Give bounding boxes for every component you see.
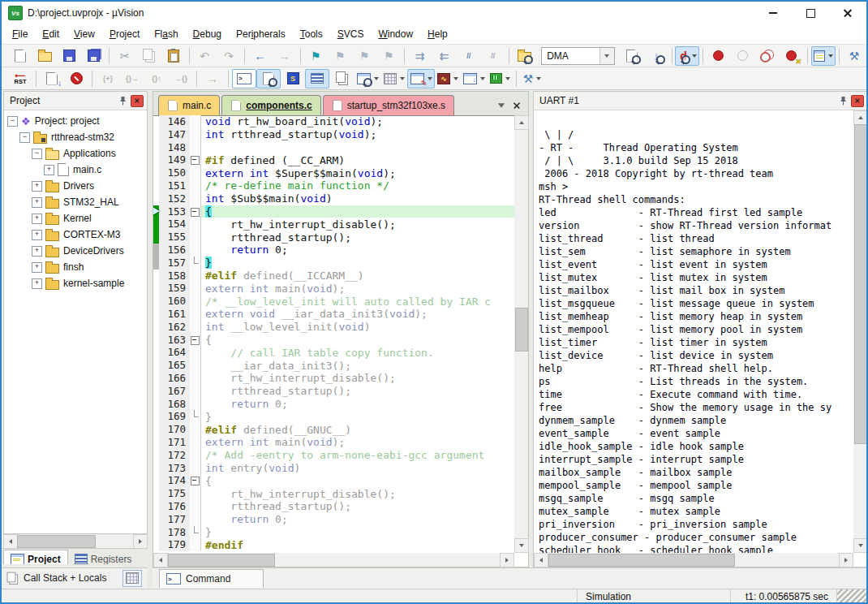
redo-button[interactable]: ↷ xyxy=(217,46,241,66)
tree-item-finsh[interactable]: +finsh xyxy=(4,259,147,275)
step-over-button[interactable]: {}→ xyxy=(120,69,144,88)
collapse-icon[interactable]: − xyxy=(19,132,30,143)
close-button[interactable] xyxy=(829,2,866,24)
step-into-button[interactable]: {+} xyxy=(96,69,120,88)
bookmark-toggle-button[interactable]: ⚑ xyxy=(303,46,328,66)
uart1-output[interactable]: \ | /- RT - Thread Operating System / | … xyxy=(534,110,860,553)
show-next-statement-button[interactable]: → xyxy=(200,69,225,88)
navigate-forward-button[interactable]: → xyxy=(273,46,297,66)
expand-icon[interactable]: + xyxy=(32,197,42,208)
code-area[interactable]: 146void rt_hw_board_init(void);147int rt… xyxy=(153,115,515,551)
uart-vertical-scrollbar[interactable] xyxy=(853,110,867,553)
tree-item-kernel[interactable]: +Kernel xyxy=(4,210,147,226)
menu-file[interactable]: File xyxy=(5,26,35,42)
tree-item-drivers[interactable]: +Drivers xyxy=(4,178,147,194)
file-search-dropdown-button[interactable] xyxy=(599,48,614,64)
menu-view[interactable]: View xyxy=(67,26,102,42)
close-document-button[interactable] xyxy=(513,101,521,110)
uart1-panel-close-button[interactable] xyxy=(851,95,864,107)
menu-flash[interactable]: Flash xyxy=(147,26,185,42)
expand-icon[interactable]: + xyxy=(32,181,42,192)
watch-windows-button[interactable] xyxy=(354,69,381,88)
maximize-button[interactable] xyxy=(792,2,829,24)
tree-item-devicedrivers[interactable]: +DeviceDrivers xyxy=(4,243,147,259)
fold-gutter[interactable] xyxy=(190,334,201,347)
menu-window[interactable]: Window xyxy=(371,26,420,42)
disable-all-breakpoints-button[interactable] xyxy=(755,46,780,66)
navigate-back-button[interactable]: ← xyxy=(248,46,273,66)
find-in-files-button[interactable] xyxy=(512,46,536,66)
tree-item-kernel-sample[interactable]: +kernel-sample xyxy=(4,275,147,291)
tab-list-dropdown-button[interactable] xyxy=(498,103,505,108)
menu-tools[interactable]: Tools xyxy=(293,26,330,42)
enable-disable-breakpoint-button[interactable] xyxy=(731,46,755,66)
fold-gutter[interactable] xyxy=(190,153,201,166)
undo-button[interactable]: ↶ xyxy=(192,46,217,66)
indent-button[interactable]: ⇉ xyxy=(408,46,432,66)
minimize-button[interactable] xyxy=(754,2,792,24)
expand-icon[interactable]: + xyxy=(32,246,42,257)
comment-selection-button[interactable]: // xyxy=(457,46,481,66)
tab-main-c[interactable]: main.c xyxy=(158,95,220,115)
reset-button[interactable]: ⟵RST xyxy=(8,69,32,88)
bookmark-clear-all-button[interactable]: ⚑ xyxy=(376,46,401,66)
call-stack-window-button[interactable] xyxy=(329,69,354,88)
open-file-button[interactable] xyxy=(32,46,57,66)
pin-button[interactable] xyxy=(837,95,849,106)
project-horizontal-scrollbar[interactable] xyxy=(3,534,148,548)
expand-icon[interactable]: + xyxy=(32,214,42,224)
menu-debug[interactable]: Debug xyxy=(186,26,229,42)
analysis-windows-button[interactable]: ∿ xyxy=(435,69,461,88)
new-file-button[interactable] xyxy=(8,46,32,66)
tab-startup-stm32f103xe-s[interactable]: startup_stm32f103xe.s xyxy=(323,95,454,115)
menu-peripherals[interactable]: Peripherals xyxy=(229,26,293,42)
memory-grid-button[interactable] xyxy=(122,570,142,587)
expand-icon[interactable]: + xyxy=(32,278,42,289)
uncomment-selection-button[interactable]: // xyxy=(481,46,505,66)
file-search-combo[interactable]: DMA xyxy=(541,47,615,65)
stop-button[interactable] xyxy=(64,69,88,88)
uart-horizontal-scrollbar[interactable] xyxy=(534,553,853,567)
menu-help[interactable]: Help xyxy=(420,26,455,42)
run-button[interactable]: ↓ xyxy=(40,69,64,88)
run-to-cursor-button[interactable]: →{} xyxy=(169,69,193,88)
start-stop-debug-session-button[interactable]: d xyxy=(675,46,699,66)
find-button[interactable] xyxy=(620,46,644,66)
memory-windows-button[interactable] xyxy=(381,69,407,88)
disassembly-window-button[interactable] xyxy=(256,69,281,88)
expand-icon[interactable]: + xyxy=(32,262,42,273)
pin-button[interactable] xyxy=(117,95,128,106)
kill-all-breakpoints-button[interactable]: ✕ xyxy=(780,46,804,66)
fold-gutter[interactable] xyxy=(190,474,201,487)
window-views-button[interactable] xyxy=(811,46,836,66)
command-window-button[interactable]: > xyxy=(232,69,256,88)
tree-item-cortex-m3[interactable]: +CORTEX-M3 xyxy=(4,226,147,243)
customize-tools-button[interactable]: ⚒ xyxy=(842,46,866,66)
tree-item-stm32-hal[interactable]: +STM32_HAL xyxy=(4,194,147,210)
tab-command[interactable]: > Command xyxy=(159,569,264,588)
project-panel-close-button[interactable] xyxy=(131,95,144,107)
tab-components-c[interactable]: components.c xyxy=(221,95,320,115)
expand-icon[interactable]: + xyxy=(32,230,42,240)
cut-button[interactable]: ✂ xyxy=(113,46,137,66)
resize-grip[interactable] xyxy=(836,589,866,604)
toolbox-window-button[interactable] xyxy=(488,69,513,88)
save-button[interactable] xyxy=(57,46,81,66)
symbol-window-button[interactable]: S xyxy=(281,69,305,88)
menu-project[interactable]: Project xyxy=(102,26,147,42)
editor-vertical-scrollbar[interactable] xyxy=(514,115,528,553)
menu-svcs[interactable]: SVCS xyxy=(330,26,372,42)
save-all-button[interactable] xyxy=(81,46,105,66)
outdent-button[interactable]: ⇇ xyxy=(432,46,457,66)
tree-item-rtthread-stm32[interactable]: −rtthread-stm32 xyxy=(4,129,147,145)
bookmark-previous-button[interactable]: ⚑ xyxy=(328,46,352,66)
debug-tools-button[interactable]: ⚒ xyxy=(520,69,544,88)
code-editor[interactable]: main.ccomponents.cstartup_stm32f103xe.s … xyxy=(153,91,529,567)
copy-button[interactable] xyxy=(137,46,161,66)
incremental-find-button[interactable]: ↓ xyxy=(644,46,668,66)
tree-item-main-c[interactable]: +main.c xyxy=(4,162,147,178)
collapse-icon[interactable]: − xyxy=(7,116,18,127)
expand-icon[interactable]: + xyxy=(44,165,54,175)
tree-item-project-project[interactable]: −❖Project: project xyxy=(4,113,147,129)
paste-button[interactable] xyxy=(161,46,186,66)
